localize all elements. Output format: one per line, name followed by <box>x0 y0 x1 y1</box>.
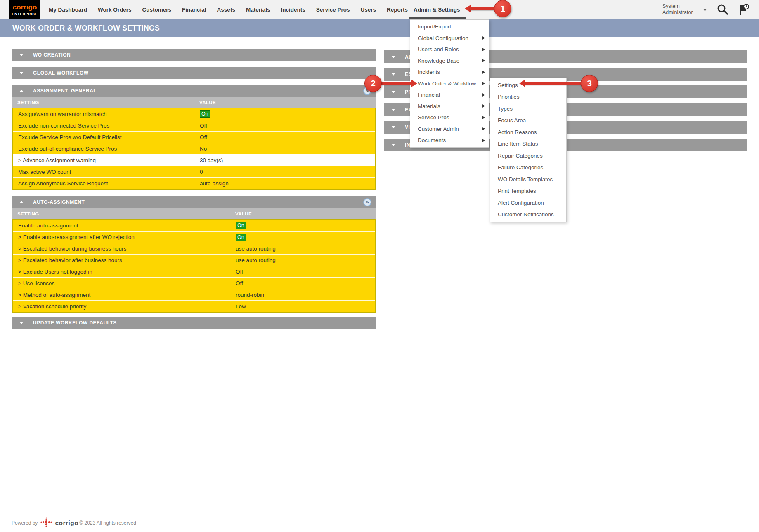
section-assignment-general[interactable]: ASSIGNMENT: GENERAL ✎ <box>12 85 376 97</box>
menu-item-label: Knowledge Base <box>418 58 482 64</box>
menu-item-label: Import/Export <box>418 24 485 30</box>
annotation-step-2: 2 <box>364 75 382 92</box>
submenu-item-action-reasons[interactable]: Action Reasons <box>490 126 566 138</box>
table-header: SETTING VALUE <box>12 97 376 108</box>
submenu-item-wo-details-templates[interactable]: WO Details Templates <box>490 173 566 185</box>
table-row: Max active WO count0 <box>13 166 375 177</box>
submenu-arrow-icon <box>482 36 485 40</box>
nav-item-incidents[interactable]: Incidents <box>281 7 305 13</box>
setting-cell: Max active WO count <box>13 169 195 175</box>
nav-item-customers[interactable]: Customers <box>142 7 172 13</box>
annotation-arrow-1-shaft <box>470 7 494 10</box>
submenu-arrow-icon <box>482 48 485 51</box>
menu-item-knowledge-base[interactable]: Knowledge Base <box>410 55 489 67</box>
section-wo-creation[interactable]: WO CREATION <box>12 49 376 61</box>
setting-cell: Assign/warn on warrantor mismatch <box>13 111 195 117</box>
logo-edition-text: ENTERPRISE <box>12 12 38 16</box>
menu-item-label: Repair Categories <box>498 153 562 159</box>
table-row: > Exclude Users not logged inOff <box>13 266 375 277</box>
table-row: Exclude non-connected Service ProsOff <box>13 120 375 131</box>
submenu-item-print-templates[interactable]: Print Templates <box>490 185 566 197</box>
nav-item-my-dashboard[interactable]: My Dashboard <box>49 7 87 13</box>
setting-cell: > Escalated behavior after business hour… <box>13 257 231 263</box>
nav-item-users[interactable]: Users <box>361 7 376 13</box>
menu-item-label: Failure Categories <box>498 164 562 170</box>
work-order-workflow-submenu: SettingsPrioritiesTypesFocus AreaAction … <box>490 78 567 222</box>
menu-item-label: Service Pros <box>418 114 482 121</box>
table-row: > Enable auto-reassignment after WO reje… <box>13 231 375 243</box>
submenu-item-focus-area[interactable]: Focus Area <box>490 115 566 127</box>
setting-cell: Assign Anonymous Service Request <box>13 180 195 187</box>
menu-item-users-and-roles[interactable]: Users and Roles <box>410 44 489 55</box>
menu-item-import-export[interactable]: Import/Export <box>410 21 489 33</box>
submenu-arrow-icon <box>482 139 485 142</box>
nav-item-financial[interactable]: Financial <box>182 7 206 13</box>
table-header: SETTING VALUE <box>12 208 376 219</box>
submenu-arrow-icon <box>482 104 485 108</box>
copyright-text: © 2023 All rights reserved <box>79 520 136 526</box>
table-row: > Advance Assignment warning30 day(s) <box>13 154 375 166</box>
user-name-line2: Administrator <box>662 9 693 16</box>
on-badge: On <box>236 234 246 241</box>
submenu-item-customer-notifications[interactable]: Customer Notifications <box>490 209 566 221</box>
table-row: Exclude out-of-compliance Service ProsNo <box>13 143 375 154</box>
on-badge: On <box>200 110 210 118</box>
nav-item-reports[interactable]: Reports <box>387 7 408 13</box>
submenu-item-failure-categories[interactable]: Failure Categories <box>490 162 566 174</box>
column-header-value: VALUE <box>194 97 376 108</box>
corrigo-app: WORK ORDER & WORKFLOW SETTINGS corrigo E… <box>0 0 759 532</box>
search-icon[interactable] <box>716 3 729 17</box>
menu-item-global-configuration[interactable]: Global Configuration <box>410 33 489 44</box>
value-cell: use auto routing <box>231 257 375 263</box>
assignment-general-table: Assign/warn on warrantor mismatchOnExclu… <box>12 108 376 190</box>
table-row: Assign Anonymous Service Requestauto-ass… <box>13 177 375 189</box>
column-header-value: VALUE <box>230 208 376 219</box>
timecard-icon[interactable] <box>738 3 750 17</box>
menu-item-documents[interactable]: Documents <box>410 135 489 146</box>
menu-item-service-pros[interactable]: Service Pros <box>410 112 489 123</box>
chevron-down-icon <box>19 322 24 324</box>
submenu-item-settings[interactable]: Settings <box>490 79 566 91</box>
setting-cell: Exclude Service Pros w/o Default Priceli… <box>13 134 195 140</box>
menu-item-materials[interactable]: Materials <box>410 101 489 112</box>
user-menu[interactable]: System Administrator <box>662 3 693 16</box>
section-global-workflow[interactable]: GLOBAL WORKFLOW <box>12 67 376 79</box>
corrigo-logo[interactable]: corrigo ENTERPRISE <box>9 0 40 19</box>
footer-brand: corrigo <box>55 519 78 527</box>
submenu-item-line-item-status[interactable]: Line Item Status <box>490 138 566 150</box>
chevron-up-icon <box>19 90 24 92</box>
section-update-workflow-defaults[interactable]: UPDATE WORKFLOW DEFAULTS <box>12 317 376 329</box>
nav-menu: My DashboardWork OrdersCustomersFinancia… <box>49 0 408 19</box>
submenu-arrow-icon <box>482 71 485 74</box>
setting-cell: > Escalated behavior during business hou… <box>13 246 231 252</box>
menu-item-label: Global Configuration <box>418 35 482 41</box>
submenu-arrow-icon <box>482 82 485 85</box>
column-header-setting: SETTING <box>12 208 230 219</box>
menu-item-label: Customer Notifications <box>498 211 562 218</box>
chevron-down-icon <box>19 54 24 56</box>
chevron-down-icon <box>391 126 395 128</box>
menu-item-label: Line Item Status <box>498 141 562 147</box>
menu-item-customer-admin[interactable]: Customer Admin <box>410 123 489 135</box>
submenu-item-types[interactable]: Types <box>490 103 566 115</box>
chevron-down-icon[interactable] <box>703 9 707 11</box>
menu-item-label: WO Details Templates <box>498 176 562 182</box>
nav-item-assets[interactable]: Assets <box>217 7 235 13</box>
edit-pencil-icon[interactable]: ✎ <box>363 198 371 206</box>
footer: Powered by corrigo © 2023 All rights res… <box>12 517 136 529</box>
nav-item-work-orders[interactable]: Work Orders <box>98 7 132 13</box>
annotation-arrow-2 <box>411 80 417 87</box>
submenu-item-repair-categories[interactable]: Repair Categories <box>490 150 566 162</box>
top-nav: corrigo ENTERPRISE My DashboardWork Orde… <box>0 0 759 19</box>
menu-item-incidents[interactable]: Incidents <box>410 66 489 78</box>
submenu-item-priorities[interactable]: Priorities <box>490 91 566 103</box>
section-auto-assignment[interactable]: AUTO-ASSIGNMENT ✎ <box>12 196 376 208</box>
menu-item-work-order-workflow[interactable]: Work Order & Workflow <box>410 78 489 90</box>
menu-item-label: Types <box>498 106 562 112</box>
setting-cell: Exclude non-connected Service Pros <box>13 123 195 129</box>
menu-item-financial[interactable]: Financial <box>410 89 489 101</box>
nav-item-materials[interactable]: Materials <box>246 7 270 13</box>
annotation-step-3: 3 <box>581 75 598 92</box>
nav-item-service-pros[interactable]: Service Pros <box>316 7 350 13</box>
submenu-item-alert-configuration[interactable]: Alert Configuration <box>490 197 566 209</box>
